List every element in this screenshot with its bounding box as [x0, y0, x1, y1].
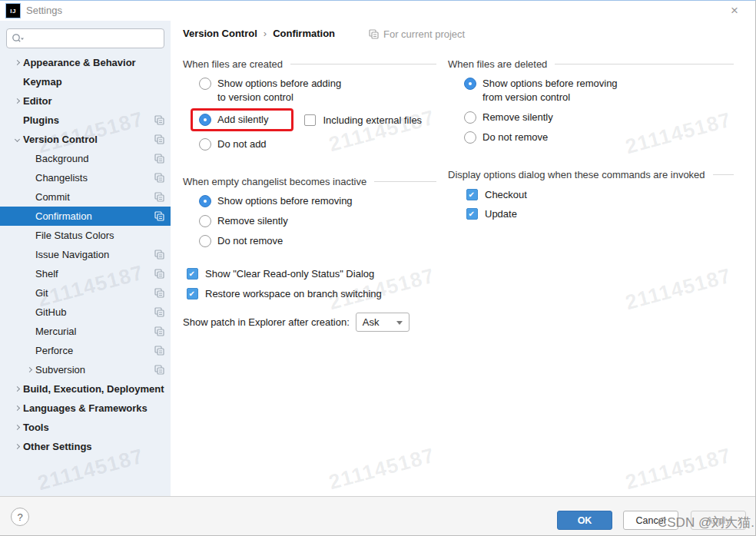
option-remove-silently-del[interactable]: Remove silently	[464, 111, 734, 124]
option-remove-silently[interactable]: Remove silently	[199, 215, 436, 227]
per-project-icon	[154, 211, 164, 221]
divider	[290, 64, 436, 65]
ok-button[interactable]: OK	[557, 511, 612, 530]
sidebar-item-other-settings[interactable]: Other Settings	[0, 437, 171, 456]
radio-unchecked-icon[interactable]	[199, 215, 211, 227]
chevron-right-icon	[26, 367, 32, 372]
radio-checked-icon[interactable]	[199, 114, 211, 126]
sidebar-item-file-status-colors[interactable]: File Status Colors	[0, 226, 171, 245]
close-icon[interactable]: ×	[731, 3, 738, 18]
sidebar-item-tools[interactable]: Tools	[0, 418, 171, 437]
sidebar-item-subversion[interactable]: Subversion	[0, 360, 171, 379]
option-do-not-remove-del[interactable]: Do not remove	[464, 131, 734, 144]
radio-checked-icon[interactable]	[464, 78, 476, 90]
per-project-icon	[154, 326, 164, 336]
radio-unchecked-icon[interactable]	[199, 235, 211, 247]
sidebar-item-git[interactable]: Git	[0, 283, 171, 303]
settings-sidebar: Appearance & Behavior Keymap Editor Plug…	[0, 21, 171, 498]
sidebar-item-editor[interactable]: Editor	[0, 91, 171, 111]
per-project-icon	[154, 173, 164, 183]
checkbox-checked-icon[interactable]	[187, 288, 198, 299]
scope-indicator: For current project	[369, 28, 465, 40]
sidebar-item-changelists[interactable]: Changelists	[0, 168, 171, 187]
breadcrumb-confirmation: Confirmation	[273, 28, 335, 39]
sidebar-item-background[interactable]: Background	[0, 149, 171, 168]
sidebar-item-languages-frameworks[interactable]: Languages & Frameworks	[0, 399, 171, 418]
breadcrumb-version-control[interactable]: Version Control	[183, 28, 257, 39]
per-project-icon	[154, 192, 164, 202]
option-do-not-add[interactable]: Do not add	[199, 138, 436, 151]
per-project-icon	[154, 269, 164, 279]
checkbox-clear-readonly-dialog[interactable]: Show "Clear Read-only Status" Dialog	[187, 268, 436, 280]
per-project-icon	[154, 307, 164, 317]
search-icon	[12, 33, 24, 44]
sidebar-item-version-control[interactable]: Version Control	[0, 130, 171, 149]
checkbox-checked-icon[interactable]	[466, 189, 478, 200]
chevron-right-icon	[14, 444, 19, 449]
sidebar-item-plugins[interactable]: Plugins	[0, 111, 171, 130]
sidebar-item-commit[interactable]: Commit	[0, 187, 171, 207]
sidebar-item-build-execution-deployment[interactable]: Build, Execution, Deployment	[0, 379, 171, 399]
window-title: Settings	[26, 5, 62, 16]
checkbox-update[interactable]: Update	[466, 208, 734, 220]
chevron-down-icon	[14, 137, 19, 142]
checkbox-restore-workspace[interactable]: Restore workspace on branch switching	[187, 288, 436, 299]
sidebar-item-appearance-behavior[interactable]: Appearance & Behavior	[0, 53, 171, 72]
annotation-red-box: Add silently	[191, 108, 293, 131]
option-add-silently[interactable]: Add silently	[217, 114, 268, 126]
chevron-right-icon	[14, 425, 19, 430]
chevron-right-icon	[14, 98, 19, 104]
sidebar-item-confirmation[interactable]: Confirmation	[0, 207, 171, 226]
option-show-options-before-removing-del[interactable]: Show options before removingfrom version…	[464, 78, 734, 104]
option-show-options-before-removing[interactable]: Show options before removing	[199, 195, 436, 207]
titlebar: IJ Settings ×	[0, 1, 755, 21]
breadcrumb: Version Control › Confirmation	[183, 28, 335, 39]
sidebar-item-keymap[interactable]: Keymap	[0, 72, 171, 91]
sidebar-item-perforce[interactable]: Perforce	[0, 341, 171, 360]
section-when-files-created: When files are created	[183, 57, 436, 71]
chevron-right-icon	[14, 405, 19, 411]
divider	[713, 174, 734, 175]
settings-dialog: IJ Settings × Appearance & Behavior Keym…	[0, 0, 756, 536]
option-add-silently-row: Add silently Including external files	[199, 108, 436, 131]
intellij-app-icon: IJ	[6, 4, 20, 18]
option-show-options-before-adding[interactable]: Show options before addingto version con…	[199, 78, 436, 104]
sidebar-item-mercurial[interactable]: Mercurial	[0, 322, 171, 341]
per-project-icon	[154, 154, 164, 164]
checkbox-including-external-files[interactable]: Including external files	[304, 114, 422, 126]
search-input[interactable]	[25, 33, 159, 44]
radio-checked-icon[interactable]	[199, 195, 211, 207]
help-button[interactable]: ?	[11, 508, 29, 526]
per-project-icon	[369, 29, 379, 39]
checkbox-checked-icon[interactable]	[187, 268, 198, 280]
chevron-right-icon	[14, 386, 19, 392]
radio-unchecked-icon[interactable]	[464, 111, 476, 124]
section-when-files-deleted: When files are deleted	[448, 57, 734, 71]
checkbox-checkout[interactable]: Checkout	[466, 189, 734, 200]
option-do-not-remove[interactable]: Do not remove	[199, 235, 436, 247]
dialog-footer: ? OK Cancel Apply	[0, 496, 755, 535]
sidebar-item-github[interactable]: GitHub	[0, 303, 171, 322]
per-project-icon	[154, 250, 164, 260]
apply-button[interactable]: Apply	[691, 511, 746, 530]
cancel-button[interactable]: Cancel	[623, 511, 678, 530]
scope-label: For current project	[383, 28, 465, 40]
dropdown-arrow-icon	[396, 321, 403, 325]
sidebar-item-issue-navigation[interactable]: Issue Navigation	[0, 245, 171, 264]
section-empty-changelist: When empty changelist becomes inactive	[183, 174, 436, 188]
per-project-icon	[154, 365, 164, 375]
sidebar-item-shelf[interactable]: Shelf	[0, 264, 171, 283]
search-field[interactable]	[6, 28, 164, 48]
checkbox-checked-icon[interactable]	[466, 208, 478, 220]
radio-unchecked-icon[interactable]	[199, 138, 211, 151]
chevron-right-icon	[14, 60, 19, 65]
breadcrumb-separator: ›	[264, 28, 267, 39]
divider	[555, 64, 734, 65]
checkbox-unchecked-icon[interactable]	[304, 114, 316, 126]
per-project-icon	[154, 288, 164, 298]
patch-dropdown[interactable]: Ask	[356, 313, 410, 332]
radio-unchecked-icon[interactable]	[464, 131, 476, 144]
patch-label: Show patch in Explorer after creation:	[183, 316, 350, 328]
radio-unchecked-icon[interactable]	[199, 78, 211, 90]
settings-content: Version Control › Confirmation For curre…	[171, 21, 755, 498]
